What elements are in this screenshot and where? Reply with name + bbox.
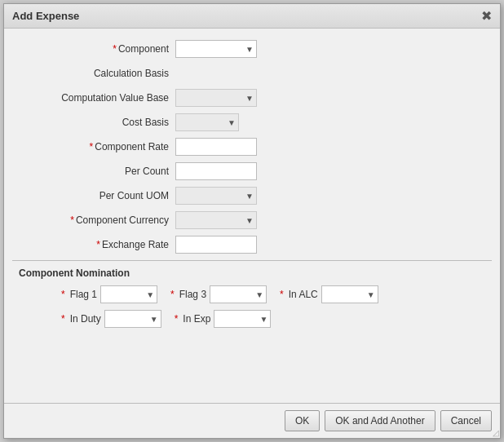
calculation-basis-value bbox=[175, 64, 257, 82]
component-label: *Component bbox=[12, 43, 175, 55]
per-count-uom-row: Per Count UOM ▼ bbox=[12, 187, 492, 205]
resize-handle[interactable]: ◿ bbox=[493, 428, 499, 437]
component-currency-label: *Component Currency bbox=[12, 214, 175, 226]
flag1-required: * bbox=[61, 289, 65, 300]
component-currency-wrapper: ▼ bbox=[175, 211, 257, 229]
flag1-select[interactable] bbox=[100, 285, 157, 303]
dialog-body: *Component ▼ Calculation Basis Computati… bbox=[4, 29, 500, 403]
nomination-section-label: Component Nomination bbox=[12, 267, 492, 279]
per-count-uom-wrapper: ▼ bbox=[175, 187, 257, 205]
calculation-basis-label: Calculation Basis bbox=[12, 68, 175, 79]
dialog-footer: OK OK and Add Another Cancel bbox=[4, 403, 500, 438]
exchange-rate-label: *Exchange Rate bbox=[12, 239, 175, 250]
in-exp-label: In Exp bbox=[183, 313, 210, 325]
computation-value-base-label: Computation Value Base bbox=[12, 92, 175, 104]
cost-basis-row: Cost Basis ▼ bbox=[12, 113, 492, 131]
dialog-header: Add Expense ✖ bbox=[4, 4, 500, 29]
per-count-uom-select[interactable] bbox=[175, 187, 257, 205]
flag3-label: Flag 3 bbox=[179, 289, 206, 300]
component-select[interactable] bbox=[175, 40, 257, 58]
cost-basis-wrapper: ▼ bbox=[175, 113, 239, 131]
cancel-button[interactable]: Cancel bbox=[440, 410, 492, 431]
flag3-item: * Flag 3 ▼ bbox=[170, 285, 267, 303]
component-currency-row: *Component Currency ▼ bbox=[12, 211, 492, 229]
required-star-4: * bbox=[96, 239, 100, 250]
exchange-rate-row: *Exchange Rate bbox=[12, 236, 492, 254]
nomination-row-2: * In Duty ▼ * In Exp bbox=[61, 310, 492, 328]
in-alc-label: In ALC bbox=[289, 289, 318, 300]
in-exp-select-wrapper: ▼ bbox=[214, 310, 271, 328]
flag3-select[interactable] bbox=[210, 285, 267, 303]
component-rate-input[interactable] bbox=[175, 138, 257, 156]
per-count-row: Per Count bbox=[12, 162, 492, 180]
exchange-rate-input[interactable] bbox=[175, 236, 257, 254]
cost-basis-label: Cost Basis bbox=[12, 117, 175, 128]
per-count-input[interactable] bbox=[175, 162, 257, 180]
computation-value-base-wrapper: ▼ bbox=[175, 89, 257, 107]
required-star-3: * bbox=[70, 214, 74, 226]
per-count-uom-label: Per Count UOM bbox=[12, 190, 175, 201]
required-star-2: * bbox=[90, 141, 94, 152]
add-expense-dialog: Add Expense ✖ *Component ▼ Calculation B… bbox=[3, 3, 501, 439]
in-exp-select[interactable] bbox=[214, 310, 271, 328]
flag1-item: * Flag 1 ▼ bbox=[61, 285, 157, 303]
nomination-grid: * Flag 1 ▼ * Flag 3 bbox=[12, 285, 492, 328]
component-row: *Component ▼ bbox=[12, 40, 492, 58]
in-duty-item: * In Duty ▼ bbox=[61, 310, 161, 328]
in-alc-required: * bbox=[280, 289, 284, 300]
computation-value-base-select[interactable] bbox=[175, 89, 257, 107]
calculation-basis-row: Calculation Basis bbox=[12, 64, 492, 82]
dialog-title: Add Expense bbox=[12, 10, 79, 22]
in-duty-select[interactable] bbox=[104, 310, 161, 328]
in-exp-required: * bbox=[175, 313, 179, 325]
flag3-select-wrapper: ▼ bbox=[210, 285, 267, 303]
section-divider bbox=[12, 260, 492, 261]
flag3-required: * bbox=[170, 289, 175, 300]
in-exp-item: * In Exp ▼ bbox=[175, 310, 272, 328]
ok-add-another-button[interactable]: OK and Add Another bbox=[325, 410, 435, 431]
in-alc-item: * In ALC ▼ bbox=[280, 285, 378, 303]
flag1-select-wrapper: ▼ bbox=[100, 285, 157, 303]
ok-button[interactable]: OK bbox=[285, 410, 320, 431]
flag1-label: Flag 1 bbox=[70, 289, 97, 300]
component-currency-select[interactable] bbox=[175, 211, 257, 229]
close-button[interactable]: ✖ bbox=[481, 10, 492, 23]
required-star: * bbox=[113, 43, 117, 55]
cost-basis-select[interactable] bbox=[175, 113, 239, 131]
computation-value-base-row: Computation Value Base ▼ bbox=[12, 89, 492, 107]
in-duty-label: In Duty bbox=[70, 313, 101, 325]
nomination-row-1: * Flag 1 ▼ * Flag 3 bbox=[61, 285, 492, 303]
per-count-label: Per Count bbox=[12, 166, 175, 177]
in-duty-required: * bbox=[61, 313, 65, 325]
in-alc-select[interactable] bbox=[321, 285, 378, 303]
in-duty-select-wrapper: ▼ bbox=[104, 310, 161, 328]
component-select-wrapper: ▼ bbox=[175, 40, 257, 58]
in-alc-select-wrapper: ▼ bbox=[321, 285, 378, 303]
component-rate-label: *Component Rate bbox=[12, 141, 175, 152]
component-rate-row: *Component Rate bbox=[12, 138, 492, 156]
